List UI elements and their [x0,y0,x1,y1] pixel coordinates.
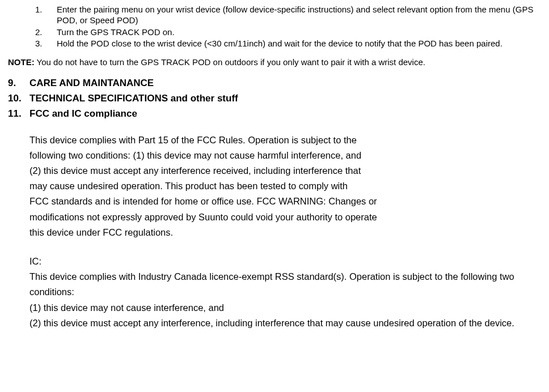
step-number: 1. [35,5,51,26]
heading-text: FCC and IC compliance [29,108,137,120]
heading-text: TECHNICAL SPECIFICATIONS and other stuff [29,92,238,104]
fcc-line: this device under FCC regulations. [29,225,541,240]
step-text: Turn the GPS TRACK POD on. [57,27,541,38]
heading-item: 11. FCC and IC compliance [8,108,541,120]
list-item: 3. Hold the POD close to the wrist devic… [8,39,541,49]
note-paragraph: NOTE: You do not have to turn the GPS TR… [8,57,541,68]
fcc-line: FCC standards and is intended for home o… [29,194,541,209]
heading-text: CARE AND MAINTANANCE [29,77,154,89]
note-text: You do not have to turn the GPS TRACK PO… [35,57,425,67]
step-text: Hold the POD close to the wrist device (… [57,39,541,49]
step-number: 2. [35,27,51,38]
heading-item: 10. TECHNICAL SPECIFICATIONS and other s… [8,92,541,104]
note-label: NOTE: [8,57,35,67]
heading-number: 9. [8,77,29,89]
fcc-line: may cause undesired operation. This prod… [29,178,541,194]
heading-number: 11. [8,108,29,120]
fcc-compliance-block: This device complies with Part 15 of the… [29,133,541,331]
fcc-line: modifications not expressly approved by … [29,210,541,225]
heading-item: 9. CARE AND MAINTANANCE [8,77,541,89]
fcc-line: (2) this device must accept any interfer… [29,163,541,178]
section-headings-list: 9. CARE AND MAINTANANCE 10. TECHNICAL SP… [8,77,541,120]
step-text: Enter the pairing menu on your wrist dev… [57,5,541,26]
ic-line: IC: [29,254,541,269]
fcc-line: This device complies with Part 15 of the… [29,133,541,148]
ic-line: This device complies with Industry Canad… [29,269,541,300]
heading-number: 10. [8,92,29,104]
step-number: 3. [35,39,51,49]
pairing-steps-list: 1. Enter the pairing menu on your wrist … [8,5,541,49]
fcc-line: following two conditions: (1) this devic… [29,148,541,163]
ic-line: (1) this device may not cause interferen… [29,300,541,316]
ic-line: (2) this device must accept any interfer… [29,316,541,331]
list-item: 2. Turn the GPS TRACK POD on. [8,27,541,38]
list-item: 1. Enter the pairing menu on your wrist … [8,5,541,26]
